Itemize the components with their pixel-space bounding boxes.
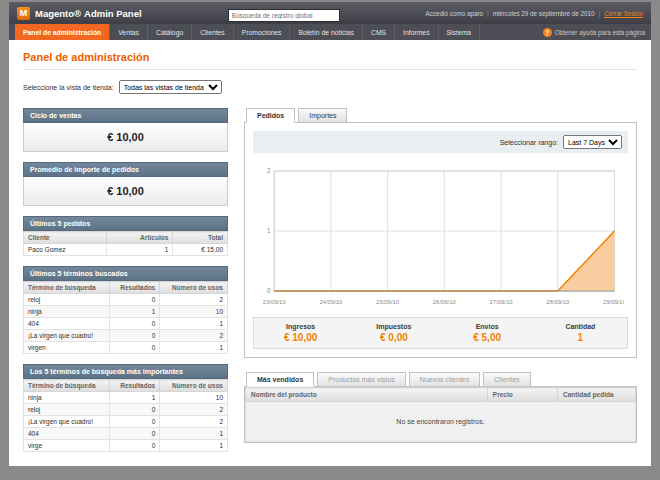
nav-items: Panel de administraciónVentasCatálogoCli… <box>15 24 480 40</box>
dashboard-main: PedidosImportes Seleccionar rango: Last … <box>244 108 637 443</box>
table-row[interactable]: 40401 <box>24 428 228 440</box>
box-title: Los 5 términos de búsqueda más important… <box>23 364 228 379</box>
svg-text:23/09/10: 23/09/10 <box>263 299 287 305</box>
column-header: Nombre del producto <box>246 388 488 402</box>
box-title: Ciclo de ventas <box>23 108 228 123</box>
table-row[interactable]: 40401 <box>24 318 228 330</box>
table-cell: 0 <box>110 404 160 416</box>
tab-nuevos-clientes[interactable]: Nuevos clientes <box>409 372 480 387</box>
table-cell: 404 <box>24 318 110 330</box>
svg-text:29/09/10: 29/09/10 <box>603 299 624 305</box>
table-cell: Paco Gomez <box>24 244 107 256</box>
empty-message: No se encontraron registros. <box>246 402 636 442</box>
products-panel: Nombre del producto Precio Cantidad pedi… <box>244 387 637 443</box>
total-revenue: Ingresos € 10,00 <box>254 323 347 343</box>
brand-name: Magento® <box>35 8 81 19</box>
orders-tabs: PedidosImportes <box>244 108 637 123</box>
header-date: miércoles 29 de septiembre de 2010 <box>493 10 595 17</box>
nav-item-ventas[interactable]: Ventas <box>110 24 148 40</box>
tab-pedidos[interactable]: Pedidos <box>246 108 295 123</box>
column-header: Resultados <box>110 380 160 392</box>
table-row[interactable]: reloj02 <box>24 294 228 306</box>
header-user-area: Accedió como aparo | miércoles 29 de sep… <box>426 10 643 17</box>
nav-item-informes[interactable]: Informes <box>395 24 438 40</box>
total-value: 1 <box>534 332 627 343</box>
table-row[interactable]: reloj02 <box>24 404 228 416</box>
orders-panel: Seleccionar rango: Last 7 Days 01223/09/… <box>244 123 637 358</box>
svg-text:27/09/10: 27/09/10 <box>490 299 514 305</box>
total-shipping: Envíos € 5,00 <box>441 323 534 343</box>
column-header: Cantidad pedida <box>557 388 635 402</box>
tab-productos-m-s-vistos[interactable]: Productos más vistos <box>317 372 406 387</box>
nav-item-sistema[interactable]: Sistema <box>439 24 481 40</box>
admin-page: M Magento®Admin Panel Accedió como aparo… <box>9 2 651 466</box>
table-cell: 0 <box>110 428 160 440</box>
table-cell: 1 <box>160 318 228 330</box>
table-cell: 2 <box>160 330 228 342</box>
column-header: Resultados <box>110 282 160 294</box>
lifetime-sales-box: Ciclo de ventas € 10,00 <box>23 108 228 152</box>
nav-item-panel-de-administraci-n[interactable]: Panel de administración <box>15 24 110 40</box>
tab-m-s-vendidos[interactable]: Más vendidos <box>246 372 314 387</box>
tab-importes[interactable]: Importes <box>298 108 347 123</box>
dashboard-sidebar: Ciclo de ventas € 10,00 Promedio de impo… <box>23 108 228 462</box>
range-label: Seleccionar rango: <box>500 139 558 146</box>
table-row[interactable]: Paco Gomez1€ 15,00 <box>24 244 228 256</box>
page-title: Panel de administración <box>23 51 637 63</box>
nav-item-cat-logo[interactable]: Catálogo <box>148 24 192 40</box>
total-label: Cantidad <box>534 323 627 330</box>
box-title: Últimos 5 pedidos <box>23 216 228 231</box>
average-order-box: Promedio de importe de pedidos € 10,00 <box>23 162 228 206</box>
total-quantity: Cantidad 1 <box>534 323 627 343</box>
average-order-value: € 10,00 <box>23 177 228 206</box>
svg-text:25/09/10: 25/09/10 <box>376 299 400 305</box>
table-row[interactable]: virgen01 <box>24 342 228 354</box>
title-rule <box>23 69 637 70</box>
table-cell: 10 <box>160 392 228 404</box>
last-search-terms-box: Últimos 5 términos buscados Término de b… <box>23 266 228 354</box>
table-row[interactable]: virge01 <box>24 440 228 452</box>
total-label: Envíos <box>441 323 534 330</box>
nav-item-promociones[interactable]: Promociones <box>234 24 291 40</box>
table-cell: 0 <box>110 440 160 452</box>
total-label: Ingresos <box>254 323 347 330</box>
table-cell: 2 <box>160 404 228 416</box>
table-cell: ¡La virgen que cuadro! <box>24 330 110 342</box>
nav-item-bolet-n-de-noticias[interactable]: Boletín de noticias <box>290 24 363 40</box>
lifetime-sales-value: € 10,00 <box>23 123 228 152</box>
column-header: Total <box>173 232 228 244</box>
tab-clientes[interactable]: Clientes <box>483 372 530 387</box>
total-label: Impuestos <box>347 323 440 330</box>
products-table: Nombre del producto Precio Cantidad pedi… <box>245 387 636 442</box>
box-title: Últimos 5 términos buscados <box>23 266 228 281</box>
last-orders-table: Cliente Artículos Total Paco Gomez1€ 15,… <box>23 231 228 256</box>
table-cell: 404 <box>24 428 110 440</box>
logout-link[interactable]: Cerrar Sesión <box>604 10 643 17</box>
column-header: Número de usos <box>160 282 228 294</box>
total-tax: Impuestos € 0,00 <box>347 323 440 343</box>
total-value: € 0,00 <box>347 332 440 343</box>
store-view-select[interactable]: Todas las vistas de tienda <box>119 80 222 94</box>
table-row[interactable]: ¡La virgen que cuadro!02 <box>24 416 228 428</box>
table-cell: 1 <box>160 440 228 452</box>
table-cell: 1 <box>110 392 160 404</box>
store-view-row: Seleccione la vista de tienda: Todas las… <box>23 80 637 94</box>
page-help[interactable]: ? Obtener ayuda para esta página <box>543 24 645 40</box>
nav-item-clientes[interactable]: Clientes <box>192 24 234 40</box>
range-select[interactable]: Last 7 Days <box>563 135 622 149</box>
table-cell: 0 <box>110 330 160 342</box>
table-cell: 10 <box>160 306 228 318</box>
svg-text:28/09/10: 28/09/10 <box>546 299 570 305</box>
nav-item-cms[interactable]: CMS <box>363 24 395 40</box>
table-row[interactable]: ¡La virgen que cuadro!02 <box>24 330 228 342</box>
table-cell: ¡La virgen que cuadro! <box>24 416 110 428</box>
main-nav: Panel de administraciónVentasCatálogoCli… <box>9 24 651 40</box>
table-row[interactable]: ninja110 <box>24 306 228 318</box>
global-search-input[interactable] <box>228 9 340 22</box>
empty-row: No se encontraron registros. <box>246 402 636 442</box>
last-search-terms-table: Término de búsqueda Resultados Número de… <box>23 281 228 354</box>
svg-text:0: 0 <box>267 287 271 294</box>
table-row[interactable]: ninja110 <box>24 392 228 404</box>
table-cell: 1 <box>160 342 228 354</box>
table-cell: 2 <box>160 416 228 428</box>
